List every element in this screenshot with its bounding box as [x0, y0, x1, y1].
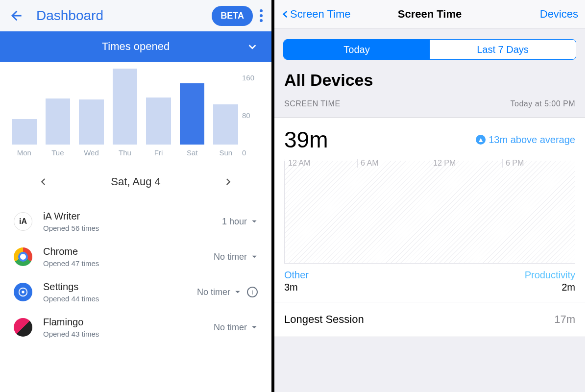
- weekly-bar[interactable]: Fri: [146, 98, 171, 157]
- app-icon: iA: [14, 212, 32, 231]
- app-timer-dropdown[interactable]: No timer: [214, 322, 258, 333]
- hourly-bar-chart: 12 AM 6 AM 12 PM 6 PM: [284, 161, 575, 264]
- app-subtitle: Opened 56 times: [43, 224, 222, 232]
- screen-time-navbar: Screen Time Screen Time Devices: [274, 0, 585, 28]
- bar-label: Tue: [51, 148, 64, 157]
- segment-today[interactable]: Today: [284, 40, 430, 59]
- segment-last-7-days[interactable]: Last 7 Days: [430, 40, 576, 59]
- app-subtitle: Opened 43 times: [43, 330, 214, 338]
- category-breakdown: Other 3m Productivity 2m: [274, 264, 585, 302]
- svg-point-1: [22, 291, 24, 294]
- hour-axis-labels: 12 AM 6 AM 12 PM 6 PM: [285, 159, 575, 168]
- weekly-bar[interactable]: Wed: [79, 99, 104, 157]
- beta-badge: BETA: [212, 6, 253, 26]
- total-minutes: 39m: [284, 126, 328, 153]
- metric-selector-label: Times opened: [102, 40, 170, 53]
- bar-label: Sat: [187, 148, 198, 157]
- up-arrow-icon: ▲: [476, 135, 486, 145]
- app-subtitle: Opened 44 times: [43, 294, 197, 303]
- app-timer-dropdown[interactable]: No timer: [197, 287, 241, 297]
- app-icon: [14, 318, 32, 337]
- bar-thu: [113, 69, 138, 145]
- dashboard-topbar: Dashboard BETA: [0, 0, 271, 31]
- app-timer-dropdown[interactable]: No timer: [214, 252, 258, 262]
- current-date: Sat, Aug 4: [111, 175, 161, 188]
- weekly-bar[interactable]: Tue: [46, 98, 71, 157]
- bar-mon: [12, 119, 37, 145]
- back-arrow-icon[interactable]: [9, 9, 23, 23]
- all-devices-heading: All Devices: [274, 69, 585, 97]
- longest-session-value: 17m: [554, 313, 575, 326]
- prev-day-icon[interactable]: [39, 177, 48, 186]
- above-average: ▲ 13m above average: [476, 134, 575, 146]
- as-of-label: Today at 5:00 PM: [510, 99, 575, 108]
- longest-session-row[interactable]: Longest Session 17m: [274, 302, 585, 337]
- app-name: Flamingo: [43, 317, 214, 328]
- weekly-bar-chart: MonTueWedThuFriSatSun 160 80 0: [0, 62, 271, 160]
- bar-wed: [79, 99, 104, 145]
- app-row[interactable]: FlamingoOpened 43 timesNo timer: [0, 310, 271, 345]
- nav-title: Screen Time: [398, 8, 462, 21]
- screen-time-card: 39m ▲ 13m above average 12 AM 6 AM 12 PM…: [274, 117, 585, 337]
- nav-back-button[interactable]: Screen Time: [281, 8, 351, 21]
- cat-productivity-label: Productivity: [525, 270, 575, 281]
- weekly-bar[interactable]: Mon: [12, 119, 37, 157]
- chevron-down-icon: [247, 41, 258, 52]
- section-header: SCREEN TIME Today at 5:00 PM: [274, 97, 585, 117]
- app-subtitle: Opened 47 times: [43, 259, 214, 268]
- app-timer-dropdown[interactable]: 1 hour: [222, 217, 258, 227]
- ios-screen-time: Screen Time Screen Time Devices Today La…: [274, 0, 585, 392]
- bar-label: Sun: [219, 148, 232, 157]
- cat-other-label: Other: [284, 270, 309, 281]
- app-row[interactable]: ChromeOpened 47 timesNo timer: [0, 239, 271, 274]
- app-row[interactable]: SettingsOpened 44 timesNo timer i: [0, 274, 271, 310]
- app-name: iA Writer: [43, 211, 222, 222]
- app-icon: [14, 283, 32, 301]
- bar-label: Mon: [17, 148, 31, 157]
- app-name: Chrome: [43, 246, 214, 257]
- bar-sun: [213, 104, 238, 145]
- bar-tue: [46, 98, 71, 145]
- bar-sat: [180, 83, 205, 145]
- weekly-bar[interactable]: Thu: [113, 69, 138, 157]
- bar-fri: [146, 98, 171, 145]
- next-day-icon[interactable]: [223, 177, 232, 186]
- app-row[interactable]: iAiA WriterOpened 56 times1 hour: [0, 204, 271, 239]
- info-icon[interactable]: i: [247, 287, 258, 297]
- y-axis-ticks: 160 80 0: [238, 74, 260, 157]
- weekly-bar[interactable]: Sun: [213, 104, 238, 157]
- bar-label: Thu: [119, 148, 131, 157]
- weekly-bar[interactable]: Sat: [180, 83, 205, 157]
- overflow-menu-icon[interactable]: [260, 9, 263, 22]
- cat-productivity-value: 2m: [525, 282, 575, 293]
- bar-label: Fri: [154, 148, 163, 157]
- bar-label: Wed: [84, 148, 99, 157]
- android-dashboard: Dashboard BETA Times opened MonTueWedThu…: [0, 0, 274, 392]
- section-label: SCREEN TIME: [284, 99, 341, 108]
- dashboard-title: Dashboard: [36, 8, 103, 24]
- app-icon: [14, 247, 32, 266]
- nav-back-label: Screen Time: [290, 8, 351, 21]
- app-name: Settings: [43, 281, 197, 293]
- metric-selector[interactable]: Times opened: [0, 31, 271, 62]
- date-navigator: Sat, Aug 4: [0, 160, 271, 204]
- devices-button[interactable]: Devices: [540, 8, 578, 21]
- longest-session-label: Longest Session: [284, 313, 364, 326]
- cat-other-value: 3m: [284, 282, 309, 293]
- time-range-segmented-control[interactable]: Today Last 7 Days: [283, 39, 576, 60]
